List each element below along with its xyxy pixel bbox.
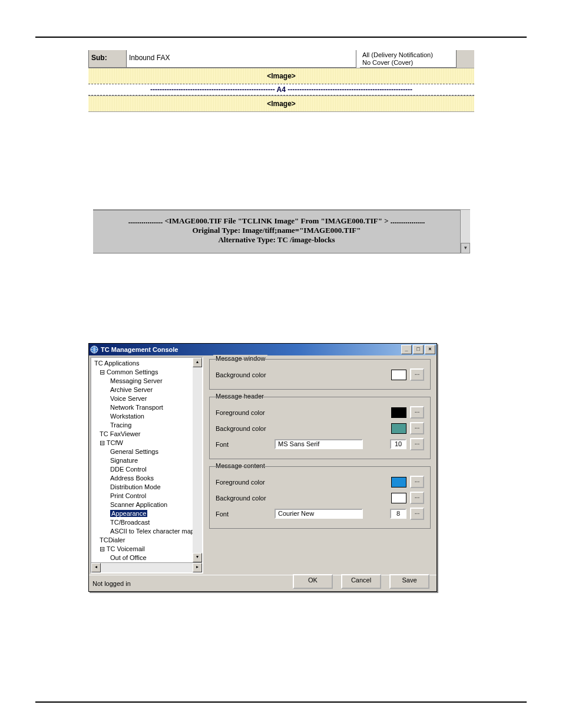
- tree-item[interactable]: ⊟ TCfW: [94, 439, 193, 447]
- tree-item[interactable]: Signature: [94, 456, 193, 465]
- browse-button[interactable]: ...: [410, 508, 424, 520]
- nav-tree[interactable]: TC Applications ⊟ Common Settings Messag…: [90, 357, 203, 574]
- font-label: Font: [216, 510, 275, 518]
- save-button[interactable]: Save: [389, 574, 429, 589]
- tree-item[interactable]: TC/Broadcast: [94, 518, 193, 527]
- browse-button[interactable]: ...: [410, 476, 424, 488]
- tree-item[interactable]: Address Books: [94, 474, 193, 483]
- color-swatch: [391, 493, 406, 503]
- group-message-window: Background color ...: [209, 359, 431, 390]
- bgcolor-label: Background color: [216, 495, 275, 502]
- alt-scrollbar[interactable]: ▾: [460, 210, 470, 253]
- page-rule-bottom: [35, 701, 527, 703]
- font-name-field[interactable]: Courier New: [275, 509, 363, 519]
- tree-item[interactable]: TC Applications: [94, 359, 193, 368]
- tree-item-selected[interactable]: Appearance: [94, 509, 193, 518]
- alt-line3: Alternative Type: TC /image-blocks: [93, 235, 460, 245]
- subject-field[interactable]: Inbound FAX: [127, 50, 356, 68]
- tree-item[interactable]: ⊟ TC Voicemail: [94, 545, 193, 554]
- color-swatch: [391, 423, 406, 434]
- tree-hscrollbar[interactable]: ◂ ▸: [91, 562, 202, 572]
- scroll-right-icon[interactable]: ▸: [193, 563, 202, 572]
- titlebar[interactable]: TC Management Console _ □ ×: [89, 344, 437, 355]
- tc-management-console-window: TC Management Console _ □ × TC Applicati…: [88, 343, 437, 592]
- tree-item[interactable]: Workstation: [94, 412, 193, 421]
- tree-item[interactable]: Distribution Mode: [94, 483, 193, 492]
- tree-item[interactable]: ASCII to Telex character mappin: [94, 527, 193, 536]
- browse-button[interactable]: ...: [410, 492, 424, 504]
- font-label: Font: [216, 441, 275, 448]
- ok-button[interactable]: OK: [293, 574, 333, 589]
- fgcolor-label: Foreground color: [216, 409, 275, 416]
- browse-button[interactable]: ...: [410, 368, 424, 381]
- color-swatch: [391, 477, 406, 487]
- tree-item[interactable]: Out of Office: [94, 554, 193, 562]
- window-title: TC Management Console: [101, 346, 178, 353]
- options-box: All (Delivery Notification) No Cover (Co…: [360, 50, 457, 68]
- message-header-fragment: Sub: Inbound FAX All (Delivery Notificat…: [88, 50, 474, 112]
- subject-label: Sub:: [88, 50, 127, 68]
- app-icon: [90, 345, 98, 354]
- tree-vscrollbar[interactable]: ▴ ▾: [193, 358, 202, 562]
- page-rule-top: [35, 37, 527, 38]
- group-message-content: Foreground color ... Background color ..…: [209, 466, 431, 529]
- tree-item[interactable]: Messaging Server: [94, 377, 193, 386]
- tree-item[interactable]: DDE Control: [94, 465, 193, 474]
- font-size-field[interactable]: 10: [390, 439, 406, 449]
- color-swatch: [391, 407, 406, 418]
- font-size-field[interactable]: 8: [390, 509, 406, 519]
- close-button[interactable]: ×: [425, 345, 435, 354]
- fgcolor-label: Foreground color: [216, 479, 275, 486]
- status-text: Not logged in: [92, 580, 131, 587]
- scroll-down-icon[interactable]: ▾: [193, 553, 202, 562]
- alt-line2: Original Type: Image/tiff;name="IMAGE000…: [93, 226, 460, 235]
- browse-button[interactable]: ...: [410, 438, 424, 450]
- group-message-header: Foreground color ... Background color ..…: [209, 397, 431, 459]
- scroll-up-icon[interactable]: ▴: [193, 358, 202, 367]
- tree-item[interactable]: Voice Server: [94, 394, 193, 403]
- browse-button[interactable]: ...: [410, 422, 424, 434]
- alternative-text-panel: .................. <IMAGE000.TIF File "T…: [93, 203, 470, 253]
- color-swatch: [391, 370, 406, 380]
- tree-item[interactable]: General Settings: [94, 447, 193, 456]
- scroll-left-icon[interactable]: ◂: [91, 563, 101, 572]
- alt-line1: .................. <IMAGE000.TIF File "T…: [93, 213, 460, 226]
- tree-item[interactable]: Scanner Application: [94, 500, 193, 509]
- tree-item[interactable]: TCDialer: [94, 536, 193, 545]
- browse-button[interactable]: ...: [410, 406, 424, 419]
- bgcolor-label: Background color: [216, 425, 275, 432]
- scroll-down-button[interactable]: ▾: [461, 243, 470, 253]
- tree-item[interactable]: Print Control: [94, 492, 193, 500]
- options-line1: All (Delivery Notification): [362, 51, 454, 59]
- bgcolor-label: Background color: [216, 371, 275, 378]
- cancel-button[interactable]: Cancel: [341, 574, 381, 589]
- page-separator-a4: ----------------------------------------…: [88, 84, 474, 95]
- tree-item[interactable]: Network Transport: [94, 403, 193, 412]
- maximize-button[interactable]: □: [413, 345, 424, 354]
- minimize-button[interactable]: _: [401, 345, 412, 354]
- tree-item[interactable]: Tracing: [94, 421, 193, 430]
- tree-item[interactable]: Archive Server: [94, 386, 193, 394]
- image-band-bottom: <Image>: [88, 95, 474, 112]
- image-band-top: <Image>: [88, 68, 474, 84]
- font-name-field[interactable]: MS Sans Serif: [275, 439, 363, 449]
- header-trailing-gap: [457, 50, 474, 68]
- tree-item[interactable]: TC FaxViewer: [94, 430, 193, 439]
- options-line2: No Cover (Cover): [362, 59, 454, 67]
- settings-pane: Background color ... Foreground color ..…: [204, 355, 437, 575]
- tree-item[interactable]: ⊟ Common Settings: [94, 368, 193, 377]
